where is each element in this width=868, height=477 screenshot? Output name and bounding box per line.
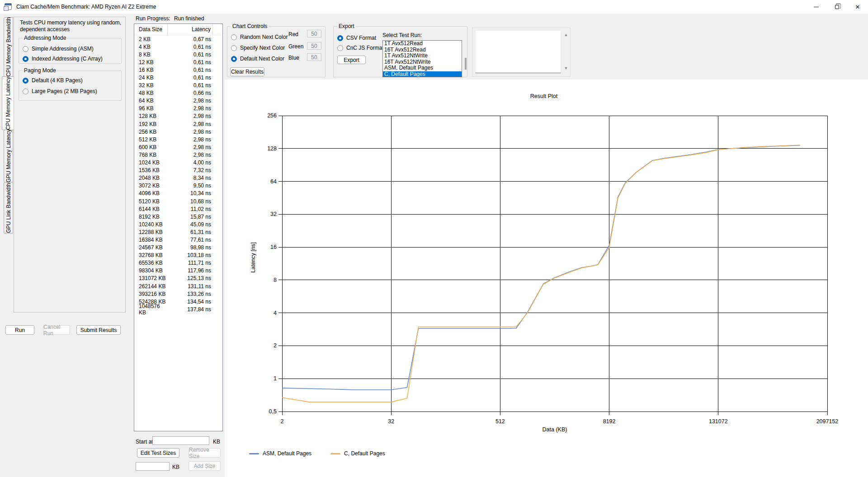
table-row[interactable]: 10240 KB45,09 ns xyxy=(134,220,222,228)
export-button[interactable]: Export xyxy=(337,56,366,64)
table-row[interactable]: 128 KB2,98 ns xyxy=(134,112,222,120)
edit-test-sizes-button[interactable]: Edit Test Sizes xyxy=(137,448,179,458)
list-item[interactable]: 16T Avx512Read xyxy=(383,47,462,53)
cell-data-size: 512 KB xyxy=(134,136,168,143)
table-row[interactable]: 24567 KB98,98 ns xyxy=(134,244,222,252)
table-row[interactable]: 4 KB0,61 ns xyxy=(134,43,222,51)
radio-label: Default (4 KB Pages) xyxy=(32,77,83,84)
list-item[interactable]: 1T Avx512Read xyxy=(383,41,462,47)
cell-latency: 2,98 ns xyxy=(168,129,213,135)
submit-results-button[interactable]: Submit Results xyxy=(76,325,121,335)
table-row[interactable]: 16384 KB77,61 ns xyxy=(134,236,222,243)
svg-text:131072: 131072 xyxy=(709,418,728,425)
radio-cnc-js-format[interactable]: CnC JS Format xyxy=(337,45,384,51)
clear-results-button[interactable]: Clear Results xyxy=(230,67,264,76)
minimize-icon xyxy=(814,7,819,7)
cell-data-size: 262144 KB xyxy=(134,283,168,290)
scroll-down-icon[interactable]: ▼ xyxy=(562,66,570,70)
table-row[interactable]: 96 KB2,98 ns xyxy=(134,105,222,112)
green-label: Green xyxy=(288,43,303,50)
table-row[interactable]: 600 KB2,98 ns xyxy=(134,143,222,151)
svg-text:8: 8 xyxy=(274,277,277,283)
tab-label: GPU Link Bandwidth xyxy=(5,183,12,233)
table-row[interactable]: 4096 KB10,34 ns xyxy=(134,190,222,197)
cell-latency: 131,11 ns xyxy=(168,283,213,290)
cell-data-size: 1024 KB xyxy=(134,159,168,166)
cell-data-size: 768 KB xyxy=(134,152,168,158)
tab-gpu-link-bandwidth[interactable]: GPU Link Bandwidth xyxy=(4,182,13,234)
table-row[interactable]: 3072 KB9,50 ns xyxy=(134,182,222,190)
add-size-input[interactable] xyxy=(136,462,170,471)
column-header-latency[interactable]: Latency xyxy=(168,24,213,35)
radio-indexed-addressing[interactable]: Indexed Addressing (C Array) xyxy=(23,56,103,62)
title-bar: Clam Cache/Mem Benchmark: AMD Ryzen AI Z… xyxy=(0,0,868,14)
table-row[interactable]: 65536 KB111,71 ns xyxy=(134,259,222,267)
radio-random-next-color[interactable]: Random Next Color xyxy=(231,34,288,40)
cell-latency: 0,66 ns xyxy=(168,90,213,96)
close-button[interactable]: ✕ xyxy=(847,0,868,14)
start-at-input[interactable] xyxy=(152,436,209,445)
table-row[interactable]: 512 KB2,98 ns xyxy=(134,136,222,143)
radio-csv-format[interactable]: CSV Format xyxy=(337,35,376,41)
legend-label: ASM, Default Pages xyxy=(263,450,311,457)
radio-label: CnC JS Format xyxy=(346,45,384,51)
radio-simple-addressing[interactable]: Simple Addressing (ASM) xyxy=(23,46,94,52)
empty-text-area[interactable] xyxy=(475,30,561,73)
table-row[interactable]: 8 KB0,61 ns xyxy=(134,51,222,58)
table-row[interactable]: 262144 KB131,11 ns xyxy=(134,282,222,290)
restore-button[interactable] xyxy=(826,0,847,14)
table-row[interactable]: 1536 KB7,32 ns xyxy=(134,167,222,174)
table-row[interactable]: 12 KB0,61 ns xyxy=(134,58,222,66)
minimize-button[interactable] xyxy=(806,0,826,14)
table-row[interactable]: 2 KB0,67 ns xyxy=(134,35,222,43)
table-row[interactable]: 131072 KB125,13 ns xyxy=(134,275,222,282)
table-row[interactable]: 24 KB0,61 ns xyxy=(134,74,222,81)
table-row[interactable]: 16 KB0,61 ns xyxy=(134,66,222,74)
radio-specify-next-color[interactable]: Specify Next Color xyxy=(231,45,285,51)
cell-latency: 2,98 ns xyxy=(168,105,213,112)
table-row[interactable]: 2048 KB8,34 ns xyxy=(134,174,222,182)
chart-legend: ASM, Default PagesC, Default Pages xyxy=(249,450,404,457)
radio-large-pages[interactable]: Large Pages (2 MB Pages) xyxy=(23,88,97,94)
list-item[interactable]: C, Default Pages xyxy=(383,71,462,77)
table-row[interactable]: 8192 KB15,87 ns xyxy=(134,213,222,220)
tab-cpu-memory-bandwidth[interactable]: CPU Memory Bandwidth xyxy=(4,17,13,77)
table-row[interactable]: 64 KB2,98 ns xyxy=(134,97,222,105)
tab-label: CPU Memory Latency xyxy=(5,77,11,130)
list-item[interactable]: 1T Avx512NtWrite xyxy=(383,53,462,59)
listbox-scrollbar-thumb[interactable] xyxy=(465,58,467,70)
table-row[interactable]: 32768 KB103,18 ns xyxy=(134,252,222,259)
column-header-data-size[interactable]: Data Size xyxy=(134,24,168,35)
run-progress-label: Run Progress: xyxy=(136,15,170,22)
results-table: Data Size Latency 2 KB0,67 ns4 KB0,61 ns… xyxy=(134,23,223,431)
add-size-button: Add Size xyxy=(189,461,221,471)
table-row[interactable]: 32 KB0,61 ns xyxy=(134,82,222,89)
table-row[interactable]: 5120 KB10,68 ns xyxy=(134,197,222,205)
radio-label: Specify Next Color xyxy=(240,45,285,51)
table-row[interactable]: 192 KB2,98 ns xyxy=(134,120,222,128)
cell-data-size: 4 KB xyxy=(134,44,168,50)
table-row[interactable]: 6144 KB11,02 ns xyxy=(134,205,222,213)
cell-data-size: 600 KB xyxy=(134,144,168,150)
list-item[interactable]: ASM, Default Pages xyxy=(383,65,462,71)
run-button[interactable]: Run xyxy=(5,325,34,335)
table-row[interactable]: 1024 KB4,00 ns xyxy=(134,159,222,167)
window-title: Clam Cache/Mem Benchmark: AMD Ryzen AI Z… xyxy=(16,0,156,14)
table-row[interactable]: 393216 KB133,26 ns xyxy=(134,290,222,298)
cell-latency: 61,31 ns xyxy=(168,229,213,235)
table-row[interactable]: 98304 KB117,96 ns xyxy=(134,267,222,275)
legend-label: C, Default Pages xyxy=(344,450,385,457)
table-row[interactable]: 1048576 KB137,84 ns xyxy=(134,305,222,313)
addressing-mode-title: Addressing Mode xyxy=(23,35,67,41)
radio-default-next-color[interactable]: Default Next Color xyxy=(231,56,284,62)
table-row[interactable]: 12288 KB61,31 ns xyxy=(134,228,222,236)
radio-default-pages[interactable]: Default (4 KB Pages) xyxy=(23,77,83,84)
table-row[interactable]: 48 KB0,66 ns xyxy=(134,89,222,97)
tab-gpu-memory-latency[interactable]: GPU Memory Latency xyxy=(4,130,13,182)
cell-data-size: 65536 KB xyxy=(134,260,168,266)
scroll-up-icon[interactable]: ▲ xyxy=(562,33,570,37)
table-row[interactable]: 256 KB2,98 ns xyxy=(134,128,222,136)
table-row[interactable]: 768 KB2,98 ns xyxy=(134,151,222,159)
tab-cpu-memory-latency[interactable]: CPU Memory Latency xyxy=(2,76,14,130)
list-item[interactable]: 16T Avx512NtWrite xyxy=(383,59,462,65)
